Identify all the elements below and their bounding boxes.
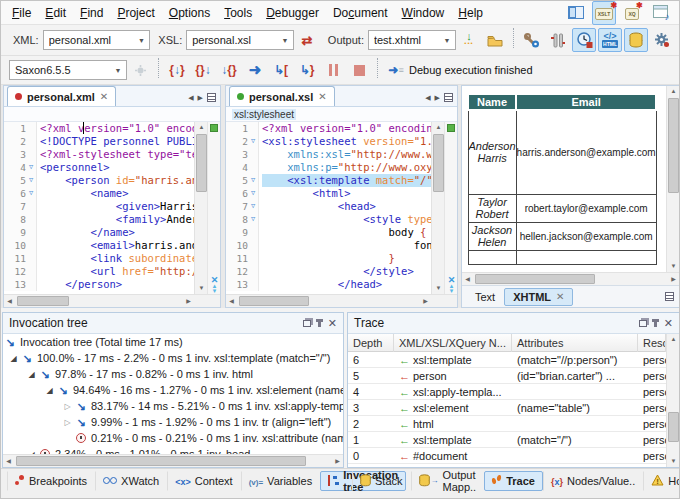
trace-row[interactable]: 0←#documentpersonal.xml [line: 1]: [348, 448, 666, 464]
trace-table[interactable]: DepthXML/XSL/XQuery N...AttributesResour…: [348, 334, 666, 467]
view-tab-output-mapping[interactable]: →Output Mapp..: [411, 471, 485, 491]
trace-column-header[interactable]: XML/XSL/XQuery N...: [394, 334, 512, 352]
run-to-end-button[interactable]: ↳}: [295, 58, 319, 82]
scroll-left-icon[interactable]: ◀: [226, 295, 237, 308]
trace-row[interactable]: 5←person(id="brian.carter") ...personal.…: [348, 368, 666, 384]
engine-combobox[interactable]: Saxon6.5.5 ▼: [9, 60, 127, 80]
tree-expander-icon[interactable]: ▷: [61, 402, 74, 411]
scroll-down-icon[interactable]: ▼: [667, 261, 679, 272]
menu-debugger[interactable]: Debugger: [259, 3, 326, 23]
menu-window[interactable]: Window: [395, 3, 452, 23]
pin-panel-icon[interactable]: [318, 319, 321, 327]
xml-refactoring-button[interactable]: [546, 28, 570, 52]
tab-personal-xsl[interactable]: personal.xsl ✕: [229, 86, 335, 106]
invocation-tree-row[interactable]: ◢↘100.0% - 17 ms - 2.2% - 0 ms 1 inv. xs…: [3, 350, 343, 366]
profile-clock-button[interactable]: [572, 28, 596, 52]
xml-code-area[interactable]: 1<?xml version="1.0" encodin2<!DOCTYPE p…: [4, 122, 194, 294]
scroll-left-icon[interactable]: ◀: [4, 295, 15, 308]
scroll-left-icon[interactable]: ◀: [462, 273, 473, 286]
view-tab-variables[interactable]: (v)=Variables: [241, 471, 321, 491]
show-db-button[interactable]: [624, 28, 648, 52]
nav-forward-icon[interactable]: ▶: [435, 94, 440, 102]
fold-marker-icon[interactable]: ▽: [248, 135, 259, 148]
invocation-tree-row[interactable]: ◢↘97.8% - 17 ms - 0.82% - 0 ms 1 inv. ht…: [3, 366, 343, 382]
show-xhtml-output-button[interactable]: </>HTML: [598, 28, 622, 52]
run-button[interactable]: ➜: [243, 58, 267, 82]
trace-row[interactable]: 2←htmlpersonal.xsl [line: 6]: [348, 416, 666, 432]
link-output-button[interactable]: ↓•••: [457, 28, 481, 52]
invocation-tree-row[interactable]: ◢2.34% - 0 ms - 1.01% - 0 ms 1 inv. head: [3, 446, 343, 454]
tree-expander-icon[interactable]: ◢: [43, 386, 56, 395]
scroll-up-icon[interactable]: ▲: [667, 86, 679, 97]
xml-vertical-scrollbar[interactable]: ▲ ▼: [194, 122, 207, 294]
trace-row[interactable]: 4←xsl:apply-templa...personal.xsl [line:…: [348, 384, 666, 400]
output-horizontal-scrollbar[interactable]: ◀ ▶: [462, 272, 679, 285]
trace-row[interactable]: 3←xsl:element(name="table")personal.xsl …: [348, 400, 666, 416]
view-tab-nodes-values[interactable]: {x}Nodes/Value..: [543, 471, 643, 491]
invocation-tree-row[interactable]: ◢↘94.64% - 16 ms - 1.27% - 0 ms 1 inv. x…: [3, 382, 343, 398]
nav-forward-icon[interactable]: ▶: [198, 94, 203, 102]
sync-scroll-icon[interactable]: ▲▼: [212, 284, 218, 294]
menu-edit[interactable]: Edit: [38, 3, 73, 23]
invocation-tree-body[interactable]: ↘Invocation tree (Total time 17 ms)◢↘100…: [3, 334, 343, 454]
step-out-button[interactable]: ↓{}: [217, 58, 241, 82]
scroll-left-icon[interactable]: ◀: [3, 455, 14, 468]
close-panel-icon[interactable]: ✕: [664, 318, 673, 329]
view-tab-xwatch[interactable]: XWatch: [95, 471, 167, 491]
close-tab-icon[interactable]: ✕: [100, 91, 108, 102]
nav-back-icon[interactable]: ◀: [425, 94, 430, 102]
trace-column-header[interactable]: Attributes: [512, 334, 638, 352]
debugger-settings-button[interactable]: [650, 28, 674, 52]
trace-column-header[interactable]: Depth: [348, 334, 394, 352]
trace-column-header[interactable]: Resource: [638, 334, 666, 352]
menu-document[interactable]: Document: [326, 3, 395, 23]
tab-personal-xml[interactable]: personal.xml ✕: [7, 86, 116, 106]
scroll-up-icon[interactable]: ▲: [667, 334, 679, 345]
close-tab-icon[interactable]: ✕: [556, 291, 564, 302]
status-arrow-button[interactable]: ➜≡: [384, 58, 408, 82]
close-tab-icon[interactable]: ✕: [318, 91, 326, 102]
view-tab-hotspots[interactable]: !Hotspots: [643, 471, 680, 491]
invocation-tree-row[interactable]: 0.21% - 0 ms - 0.21% - 0 ms 1 inv. xsl:a…: [3, 430, 343, 446]
xsl-code-area[interactable]: 1<?xml version="1.0" encoding="2▽<xsl:st…: [226, 122, 431, 294]
xml-combobox[interactable]: personal.xml ▼: [43, 30, 151, 50]
menu-project[interactable]: Project: [110, 3, 161, 23]
tree-expander-icon[interactable]: ▷: [61, 418, 74, 427]
engine-config-button[interactable]: [128, 58, 152, 82]
trace-row[interactable]: 1←xsl:template(match="/")personal.xsl [l…: [348, 432, 666, 448]
invocation-tree-row[interactable]: ▷↘9.99% - 1 ms - 1.92% - 0 ms 1 inv. tr …: [3, 414, 343, 430]
view-tab-stack[interactable]: Stack: [352, 471, 411, 491]
output-combobox[interactable]: test.xhtml ▼: [368, 30, 456, 50]
tab-list-icon[interactable]: [665, 292, 674, 301]
menu-file[interactable]: File: [5, 3, 38, 23]
xml-horizontal-scrollbar[interactable]: ◀ ▶: [4, 294, 220, 307]
menu-tools[interactable]: Tools: [217, 3, 259, 23]
switch-to-editor-button[interactable]: ♪: [648, 1, 672, 25]
restore-panel-icon[interactable]: [303, 320, 311, 327]
tab-list-icon[interactable]: [207, 93, 216, 102]
xslt-debugger-button[interactable]: XSLT✱: [592, 1, 616, 25]
swap-xml-xsl-button[interactable]: ⇄: [295, 28, 319, 52]
invocation-tree-root[interactable]: ↘Invocation tree (Total time 17 ms): [3, 334, 343, 350]
xsl-vertical-scrollbar[interactable]: ▲ ▼: [431, 122, 444, 294]
xsl-combobox[interactable]: personal.xsl ▼: [186, 30, 294, 50]
restore-panel-icon[interactable]: [639, 320, 647, 327]
config-tools-button[interactable]: [520, 28, 544, 52]
menu-options[interactable]: Options: [162, 3, 217, 23]
scroll-right-icon[interactable]: ▶: [420, 295, 431, 308]
view-tab-breakpoints[interactable]: Breakpoints: [7, 471, 95, 491]
fold-marker-icon[interactable]: ▽: [26, 161, 37, 174]
menu-find[interactable]: Find: [73, 3, 110, 23]
view-tab-context[interactable]: <x>Context: [167, 471, 240, 491]
menu-help[interactable]: Help: [451, 3, 490, 23]
xsl-horizontal-scrollbar[interactable]: ◀ ▶: [226, 294, 457, 307]
fold-marker-icon[interactable]: ▽: [248, 200, 259, 213]
pin-panel-icon[interactable]: [654, 319, 657, 327]
xq-debugger-button[interactable]: XQ✱: [620, 1, 644, 25]
editor-layout-button[interactable]: [564, 1, 588, 25]
close-panel-icon[interactable]: ✕: [328, 318, 337, 329]
scroll-down-icon[interactable]: ▼: [667, 456, 679, 467]
stop-button[interactable]: [347, 58, 371, 82]
scroll-right-icon[interactable]: ▶: [668, 273, 679, 286]
step-into-button[interactable]: {↓}: [165, 58, 189, 82]
